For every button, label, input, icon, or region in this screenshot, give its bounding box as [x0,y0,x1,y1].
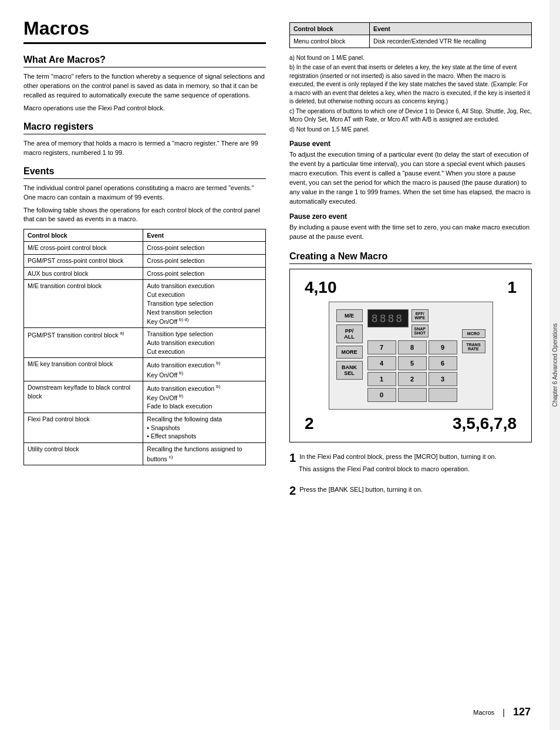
table-col2-header: Event [143,229,266,242]
event-cell: Cross-point selection [143,255,266,268]
btn-7: 7 [367,340,396,354]
page-number: 127 [513,706,531,718]
btn-trans-rate: TRANSRATE [462,340,485,353]
btn-me: M/E [336,309,363,322]
btn-9: 9 [429,340,457,354]
block-cell: PGM/PST cross-point control block [24,255,143,268]
event-cell: Recalling the following data • Snapshots… [143,413,266,442]
right-column: Control block Event Menu control block D… [278,0,549,730]
table-row: Menu control block Disk recorder/Extende… [290,35,532,48]
btn-mcro: MCRO [462,329,485,338]
top-table-col1: Control block [290,23,370,35]
diagram-label-bottom-left: 2 [305,414,314,433]
step1: 1 In the Flexi Pad control block, press … [289,452,532,479]
btn-pp-all: PP/ALL [336,325,363,343]
table-row: PGM/PST cross-point control block Cross-… [24,255,266,268]
section3-para1: The individual control panel operations … [23,184,266,202]
section2-title: Macro registers [23,121,266,134]
event-cell: Cross-point selection [143,242,266,255]
table-row: Downstream key/fade to black control blo… [24,381,266,413]
section1-title: What Are Macros? [23,55,266,67]
section1-para2: Macro operations use the Flexi Pad contr… [23,104,266,113]
footnote-a: a) Not found on 1 M/E panel. [289,54,532,63]
table-col1-header: Control block [24,229,143,242]
footnote-d: d) Not found on 1.5 M/E panel. [289,126,532,134]
pause-zero-title: Pause zero event [289,212,532,221]
footnote-b: b) In the case of an event that inserts … [289,63,532,106]
block-cell: AUX bus control block [24,267,143,280]
btn-6: 6 [429,356,457,370]
section3-title: Events [23,166,266,179]
event-cell: Recalling the functions assigned to butt… [143,442,266,465]
step2-number: 2 [289,485,296,496]
events-table: Control block Event M/E cross-point cont… [23,229,266,465]
pause-event-section: Pause event To adjust the execution timi… [289,140,532,207]
btn-empty2 [429,388,457,402]
block-cell: Downstream key/fade to black control blo… [24,381,143,413]
diagram-top-labels: 4,10 1 [299,278,522,297]
section2-para: The area of memory that holds a macro is… [23,139,266,158]
btn-2: 2 [398,372,427,386]
table-row: M/E cross-point control block Cross-poin… [24,242,266,255]
table-row: M/E key transition control block Auto tr… [24,358,266,381]
block-cell: M/E key transition control block [24,358,143,381]
event-cell: Cross-point selection [143,267,266,280]
btn-5: 5 [398,356,427,370]
top-table-col2: Event [370,23,532,35]
event-cell: Auto transition execution b) Key On/Off … [143,358,266,381]
event-cell: Auto transition execution b) Key On/Off … [143,381,266,413]
btn-bank-sel: BANKSEL [336,361,363,380]
diagram-label-top-left: 4,10 [305,278,337,297]
diagram: 4,10 1 M/E PP/ALL MORE BANKSEL [289,269,532,442]
btn-eff-wipe: EFF/WIPE [411,309,429,322]
creating-section-title: Creating a New Macro [289,251,532,264]
diagram-label-bottom-right: 3,5,6,7,8 [453,414,517,433]
footnote-c: c) The operations of buttons to which on… [289,107,532,124]
sidebar-text: Chapter 6 Advanced Operations [552,323,558,407]
pause-event-title: Pause event [289,140,532,148]
btn-0: 0 [367,388,396,402]
event-cell: Auto transition execution Cut execution … [143,280,266,328]
step1-text: In the Flexi Pad control block, press th… [299,453,497,460]
btn-empty1 [398,388,427,402]
step2-text: Press the [BANK SEL] button, turning it … [299,486,423,493]
footer-label: Macros [473,709,494,716]
table-row: PGM/PST transition control block a) Tran… [24,328,266,358]
pause-event-text: To adjust the execution timing of a part… [289,150,532,207]
event-cell: Disk recorder/Extended VTR file recallin… [370,35,532,48]
btn-1: 1 [367,372,396,386]
top-table: Control block Event Menu control block D… [289,22,532,48]
diagram-display: 8888 [367,309,409,327]
table-row: Utility control block Recalling the func… [24,442,266,465]
block-cell: PGM/PST transition control block a) [24,328,143,358]
btn-more: MORE [336,346,363,359]
table-row: M/E transition control block Auto transi… [24,280,266,328]
btn-snapshot: SNAPSHOT [411,325,429,337]
sidebar: Chapter 6 Advanced Operations [549,0,560,730]
table-row: Flexi Pad control block Recalling the fo… [24,413,266,442]
footnotes: a) Not found on 1 M/E panel. b) In the c… [289,54,532,134]
block-cell: Utility control block [24,442,143,465]
step1-number: 1 [289,452,296,464]
section1-para1: The term "macro" refers to the function … [23,72,266,100]
btn-3: 3 [429,372,457,386]
event-cell: Transition type selection Auto transitio… [143,328,266,358]
block-cell: M/E transition control block [24,280,143,328]
page: Macros What Are Macros? The term "macro"… [0,0,560,730]
page-title: Macros [23,18,266,44]
diagram-label-top-right: 1 [507,278,517,297]
step1-indent: This assigns the Flexi Pad control block… [299,464,532,474]
section3-para2: The following table shows the operations… [23,206,266,225]
btn-8: 8 [398,340,427,354]
block-cell: M/E cross-point control block [24,242,143,255]
table-row: AUX bus control block Cross-point select… [24,267,266,280]
pause-zero-section: Pause zero event By including a pause ev… [289,212,532,242]
block-cell: Menu control block [290,35,370,48]
footer-divider: | [502,708,505,717]
block-cell: Flexi Pad control block [24,413,143,442]
pause-zero-text: By including a pause event with the time… [289,223,532,242]
page-footer: Macros | 127 [473,706,531,718]
left-column: Macros What Are Macros? The term "macro"… [0,0,278,730]
diagram-bottom-labels: 2 3,5,6,7,8 [299,414,522,433]
step2: 2 Press the [BANK SEL] button, turning i… [289,485,532,496]
